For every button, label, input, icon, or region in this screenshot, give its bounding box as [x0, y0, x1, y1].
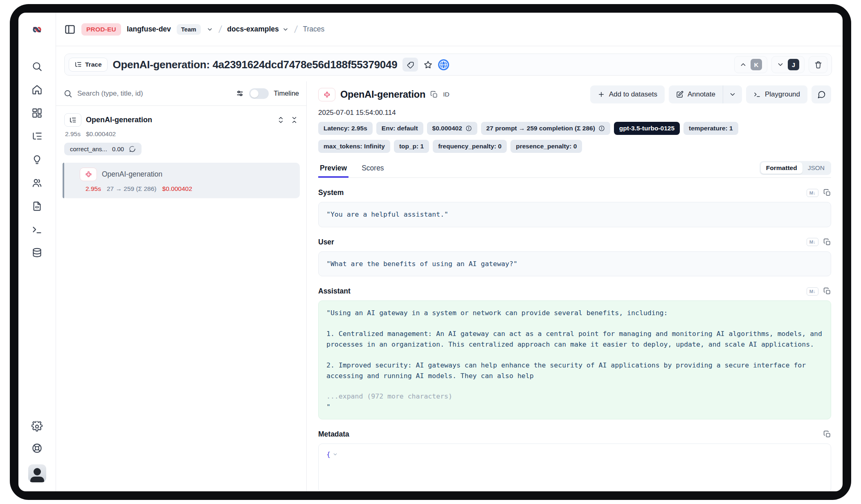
- tree-root-row[interactable]: OpenAI-generation: [63, 113, 300, 127]
- model-badge[interactable]: gpt-3.5-turbo-0125: [614, 122, 680, 135]
- annotate-menu-chevron-icon[interactable]: [723, 85, 742, 103]
- project-chevron-down-icon[interactable]: [282, 26, 289, 33]
- tag-icon[interactable]: [402, 58, 418, 72]
- metadata-section-header: Metadata: [318, 430, 831, 439]
- trace-title-bar: Trace OpenAI-generation: 4a2391624dcd747…: [64, 54, 832, 76]
- generation-node-selected[interactable]: OpenAI-generation 2.95s 27 → 259 (Σ 286)…: [63, 163, 300, 198]
- copy-icon[interactable]: [823, 189, 831, 197]
- dashboards-icon[interactable]: [31, 108, 43, 119]
- tree-search-input[interactable]: [77, 90, 231, 98]
- formatted-toggle-option[interactable]: Formatted: [761, 162, 803, 174]
- users-icon[interactable]: [31, 177, 43, 188]
- prev-keycap: K: [751, 59, 762, 70]
- assistant-message-text: "Using an AI gateway in a system or netw…: [326, 308, 823, 381]
- markdown-toggle-icon[interactable]: M↓: [807, 238, 818, 246]
- generation-row: OpenAI-generation: [80, 168, 293, 181]
- temperature-badge: temperature: 1: [683, 122, 738, 135]
- playground-button[interactable]: Playground: [746, 85, 807, 103]
- generation-latency: 2.95s: [85, 185, 101, 193]
- trace-title: OpenAI-generation: 4a2391624dcd7478e56d1…: [113, 58, 398, 71]
- add-to-datasets-label: Add to datasets: [609, 90, 657, 99]
- observation-title: OpenAI-generation: [340, 89, 425, 100]
- view-settings-icon[interactable]: [236, 89, 244, 98]
- copy-icon[interactable]: [823, 287, 831, 295]
- info-icon[interactable]: [598, 125, 605, 132]
- tracing-icon[interactable]: [31, 131, 43, 142]
- home-icon[interactable]: [31, 84, 43, 95]
- prompts-icon[interactable]: [31, 201, 43, 212]
- tree-actions: [277, 116, 298, 124]
- fold-vertical-icon[interactable]: [290, 116, 298, 124]
- comments-button[interactable]: [812, 85, 831, 103]
- datasets-icon[interactable]: [31, 247, 43, 258]
- main-column: PROD-EU langfuse-dev Team / docs-example…: [56, 13, 843, 491]
- unfold-vertical-icon[interactable]: [277, 116, 285, 124]
- markdown-toggle-icon[interactable]: M↓: [807, 287, 818, 296]
- copy-icon[interactable]: [823, 430, 831, 438]
- playground-terminal-icon[interactable]: [31, 224, 43, 235]
- bookmark-star-icon[interactable]: [423, 60, 433, 69]
- next-trace-button[interactable]: J: [771, 56, 805, 73]
- tab-preview[interactable]: Preview: [318, 164, 348, 177]
- public-globe-icon[interactable]: [438, 59, 449, 70]
- terminal-icon: [753, 91, 761, 98]
- expand-link[interactable]: ...expand (972 more characters): [326, 391, 823, 402]
- add-to-datasets-button[interactable]: Add to datasets: [590, 85, 665, 103]
- evaluation-lightbulb-icon[interactable]: [31, 154, 43, 165]
- collapse-chevron-icon[interactable]: [333, 452, 338, 457]
- org-name[interactable]: langfuse-dev: [127, 25, 171, 34]
- system-section-header: System M↓: [318, 188, 831, 197]
- next-keycap: J: [788, 59, 799, 70]
- generation-icon: [80, 168, 97, 181]
- trace-type-label: Trace: [85, 61, 102, 68]
- breadcrumb: PROD-EU langfuse-dev Team / docs-example…: [56, 13, 843, 46]
- metadata-heading: Metadata: [318, 430, 349, 439]
- generation-cost: $0.000402: [162, 185, 192, 193]
- support-lifebuoy-icon[interactable]: [31, 443, 43, 454]
- project-selector[interactable]: docs-examples: [227, 25, 288, 34]
- sidebar-rail: [18, 13, 56, 491]
- generation-icon: [318, 88, 335, 101]
- assistant-heading: Assistant: [318, 287, 351, 296]
- breadcrumb-traces-link[interactable]: Traces: [303, 25, 324, 34]
- copy-id-icon[interactable]: [430, 91, 438, 99]
- score-value: 0.00: [112, 146, 124, 152]
- copy-icon[interactable]: [823, 238, 831, 246]
- settings-gear-icon[interactable]: [31, 421, 43, 432]
- tab-scores[interactable]: Scores: [360, 164, 385, 177]
- observation-header: OpenAI-generation ID Add to datasets: [318, 85, 831, 103]
- annotate-button[interactable]: Annotate: [669, 85, 723, 103]
- id-label: ID: [443, 91, 450, 98]
- workspace-split: Timeline OpenAI-generation: [56, 81, 843, 491]
- info-icon[interactable]: [465, 125, 472, 132]
- langfuse-logo-icon[interactable]: [31, 13, 43, 46]
- window-frame: PROD-EU langfuse-dev Team / docs-example…: [10, 4, 851, 500]
- presence-penalty-badge: presence_penalty: 0: [510, 140, 582, 153]
- search-icon[interactable]: [31, 61, 43, 72]
- score-badge[interactable]: correct_ans... 0.00: [64, 143, 142, 155]
- environment-badge: PROD-EU: [81, 23, 121, 36]
- project-name: docs-examples: [227, 25, 279, 34]
- org-chevron-down-icon[interactable]: [207, 26, 213, 33]
- breadcrumb-separator: /: [218, 24, 223, 35]
- tokens-badge-label: 27 prompt → 259 completion (Σ 286): [486, 125, 595, 132]
- prev-trace-button[interactable]: K: [734, 56, 767, 73]
- frequency-penalty-badge: frequency_penalty: 0: [433, 140, 507, 153]
- json-toggle-option[interactable]: JSON: [803, 162, 830, 174]
- json-open-brace: {: [326, 450, 330, 458]
- trace-cost: $0.000402: [86, 130, 116, 138]
- generation-metrics: 2.95s 27 → 259 (Σ 286) $0.000402: [85, 185, 293, 193]
- format-toggle: Formatted JSON: [760, 161, 831, 175]
- markdown-toggle-icon[interactable]: M↓: [807, 189, 818, 197]
- annotate-split-button: Annotate: [669, 85, 742, 103]
- timeline-toggle[interactable]: [249, 88, 269, 99]
- user-avatar[interactable]: [28, 464, 46, 482]
- panel-left-toggle-icon[interactable]: [64, 24, 76, 35]
- observation-io-scroll[interactable]: System M↓ "You are a helpful assistant.": [318, 178, 831, 491]
- trace-latency: 2.95s: [65, 130, 81, 138]
- latency-badge: Latency: 2.95s: [318, 122, 373, 135]
- trace-type-chip[interactable]: Trace: [69, 58, 108, 72]
- assistant-section-header: Assistant M↓: [318, 287, 831, 296]
- edit-pencil-icon: [676, 91, 683, 98]
- delete-trace-icon[interactable]: [809, 56, 827, 73]
